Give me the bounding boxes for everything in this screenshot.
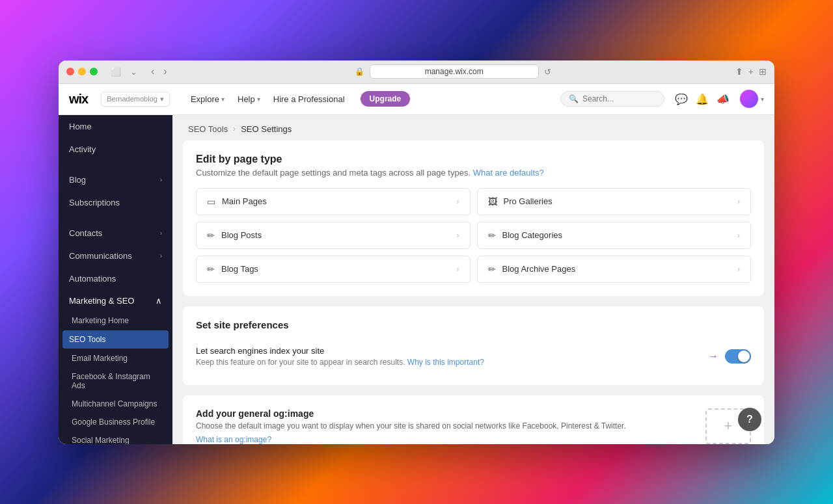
page-type-blog-archive[interactable]: ✏ Blog Archive Pages ›	[477, 256, 752, 283]
page-type-blog-tags[interactable]: ✏ Blog Tags ›	[196, 256, 471, 283]
preference-toggle-desc: Keep this feature on for your site to ap…	[196, 358, 484, 367]
page-type-item-left: ✏ Blog Tags	[207, 264, 258, 274]
sidebar-item-subscriptions[interactable]: Subscriptions	[59, 191, 172, 214]
add-image-icon: +	[724, 418, 733, 434]
close-button[interactable]	[66, 68, 74, 75]
why-important-link[interactable]: Why is this important?	[407, 358, 484, 367]
back-icon[interactable]: ‹	[148, 64, 157, 79]
og-content: Add your general og:image Choose the def…	[196, 408, 705, 444]
sidebar-item-home[interactable]: Home	[59, 115, 172, 138]
main-pages-chevron: ›	[457, 197, 459, 206]
nav-hire-professional[interactable]: Hire a Professional	[268, 92, 350, 107]
blog-archive-chevron: ›	[737, 265, 740, 274]
sidebar-item-blog[interactable]: Blog ›	[59, 168, 172, 191]
index-site-toggle[interactable]	[725, 349, 751, 364]
chat-icon[interactable]: 💬	[675, 93, 688, 105]
pro-galleries-chevron: ›	[737, 197, 740, 206]
sidebar-sub-google-business[interactable]: Google Business Profile	[59, 413, 172, 431]
app-header: wix Bernademoblog ▾ Explore ▾ Help ▾ Hir…	[59, 84, 774, 115]
forward-icon[interactable]: ›	[160, 64, 170, 79]
sidebar-item-marketing-seo[interactable]: Marketing & SEO ∧	[59, 290, 172, 312]
sidebar-sub-multichannel[interactable]: Multichannel Campaigns	[59, 395, 172, 413]
search-bar[interactable]: 🔍	[560, 91, 664, 107]
preference-info: Let search engines index your site Keep …	[196, 346, 484, 367]
blog-tags-icon: ✏	[207, 264, 215, 274]
sidebar-sub-email-marketing[interactable]: Email Marketing	[59, 349, 172, 367]
maximize-button[interactable]	[90, 68, 98, 75]
page-type-blog-posts[interactable]: ✏ Blog Posts ›	[196, 222, 471, 249]
avatar	[740, 90, 758, 108]
marketing-seo-chevron: ∧	[156, 296, 162, 306]
page-type-grid: ▭ Main Pages › 🖼 Pro Galleries ›	[196, 188, 751, 283]
wix-logo: wix	[69, 92, 88, 107]
sidebar-toggle-icon[interactable]: ⬜	[108, 66, 124, 78]
new-tab-icon[interactable]: +	[748, 66, 754, 77]
page-type-item-left: ✏ Blog Categories	[488, 230, 563, 241]
chevron-down-icon[interactable]: ⌄	[128, 66, 140, 78]
og-description: Choose the default image you want to dis…	[196, 421, 705, 431]
main-nav: Explore ▾ Help ▾ Hire a Professional	[185, 92, 350, 107]
sidebar-item-contacts[interactable]: Contacts ›	[59, 222, 172, 245]
nav-explore[interactable]: Explore ▾	[185, 92, 230, 107]
blog-categories-chevron: ›	[737, 231, 740, 240]
help-chevron: ▾	[257, 96, 260, 103]
preference-row-indexing: Let search engines index your site Keep …	[196, 341, 751, 372]
toggle-knob	[738, 351, 750, 362]
main-window: ⬜ ⌄ ‹ › 🔒 manage.wix.com ↺ ⬆ + ⊞ wix Ber…	[59, 60, 774, 444]
sidebar-sub-marketing-home[interactable]: Marketing Home	[59, 312, 172, 330]
og-image-section: Add your general og:image Choose the def…	[183, 395, 764, 444]
search-input[interactable]	[582, 94, 648, 103]
og-link[interactable]: What is an og:image?	[196, 435, 271, 444]
sidebar-item-activity[interactable]: Activity	[59, 138, 172, 161]
breadcrumb-separator: ›	[233, 124, 236, 133]
url-bar[interactable]: manage.wix.com	[370, 64, 539, 79]
breadcrumb-current: SEO Settings	[241, 124, 292, 134]
blog-chevron: ›	[160, 176, 162, 183]
communications-chevron: ›	[160, 252, 162, 259]
nav-help[interactable]: Help ▾	[232, 92, 266, 107]
defaults-link[interactable]: What are defaults?	[473, 168, 544, 178]
site-selector[interactable]: Bernademoblog ▾	[101, 92, 170, 107]
content-area: SEO Tools › SEO Settings Edit by page ty…	[172, 115, 774, 444]
preferences-title: Set site preferences	[196, 319, 751, 330]
sidebar: Home Activity Blog › Subscriptions Conta…	[59, 115, 172, 444]
traffic-lights	[66, 68, 98, 75]
share-icon[interactable]: ⬆	[735, 66, 743, 77]
toggle-area: →	[708, 349, 751, 364]
sidebar-sub-facebook-instagram[interactable]: Facebook & Instagram Ads	[59, 367, 172, 395]
grid-icon[interactable]: ⊞	[759, 66, 767, 77]
upgrade-button[interactable]: Upgrade	[361, 91, 411, 107]
reload-icon[interactable]: ↺	[544, 67, 551, 77]
browser-nav: ‹ ›	[148, 64, 171, 79]
page-type-title: Edit by page type	[196, 153, 751, 165]
minimize-button[interactable]	[78, 68, 86, 75]
page-type-blog-categories[interactable]: ✏ Blog Categories ›	[477, 222, 752, 249]
contacts-chevron: ›	[160, 230, 162, 237]
header-icons: 💬 🔔 📣	[675, 93, 730, 105]
help-button[interactable]: ?	[738, 408, 761, 431]
explore-chevron: ▾	[221, 96, 225, 103]
page-type-pro-galleries[interactable]: 🖼 Pro Galleries ›	[477, 188, 752, 215]
privacy-icon: 🔒	[355, 67, 364, 76]
page-type-item-left: 🖼 Pro Galleries	[488, 196, 553, 207]
titlebar-center: 🔒 manage.wix.com ↺	[176, 64, 730, 79]
blog-tags-chevron: ›	[457, 265, 459, 274]
page-type-description: Customize the default page settings and …	[196, 168, 751, 178]
page-type-main-pages[interactable]: ▭ Main Pages ›	[196, 188, 471, 215]
preference-toggle-label: Let search engines index your site	[196, 346, 484, 356]
titlebar-right-icons: ⬆ + ⊞	[735, 66, 767, 77]
breadcrumb-parent[interactable]: SEO Tools	[188, 124, 228, 134]
window-controls: ⬜ ⌄	[108, 66, 140, 78]
sidebar-item-communications[interactable]: Communications ›	[59, 245, 172, 267]
bell-icon[interactable]: 🔔	[696, 93, 709, 105]
content-scroll: SEO Tools › SEO Settings Edit by page ty…	[172, 115, 774, 444]
sidebar-sub-seo-tools[interactable]: SEO Tools	[62, 330, 169, 349]
blog-archive-icon: ✏	[488, 264, 496, 274]
pro-galleries-icon: 🖼	[488, 196, 497, 207]
megaphone-icon[interactable]: 📣	[717, 93, 730, 105]
blog-posts-icon: ✏	[207, 230, 215, 241]
sidebar-item-automations[interactable]: Automations	[59, 267, 172, 290]
sidebar-sub-social-marketing[interactable]: Social Marketing	[59, 431, 172, 444]
site-selector-chevron: ▾	[160, 95, 164, 103]
avatar-wrapper[interactable]: ▾	[740, 90, 764, 108]
